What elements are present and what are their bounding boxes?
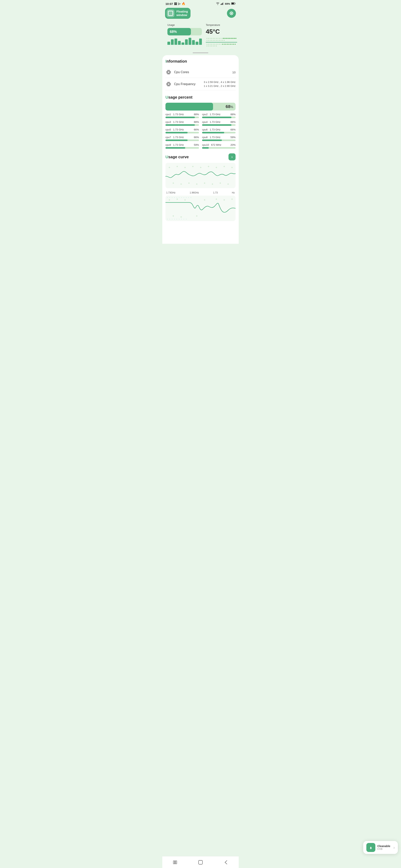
scroll-bar-indicator	[193, 53, 208, 53]
svg-point-159	[177, 197, 177, 198]
svg-point-15	[221, 38, 222, 39]
cpu-item-cpu6: cpu6 1.73 GHz 66%	[202, 128, 235, 133]
svg-point-7	[208, 38, 209, 39]
status-bar: 10:07 🖼 ▷ 🔥 69%	[162, 0, 239, 7]
usage-value: 68%	[170, 30, 177, 34]
cpu-freq-icon	[166, 81, 172, 87]
usage-curve-section: Usage curve › // dots	[166, 153, 235, 221]
temp-dot-grid	[206, 37, 237, 47]
svg-point-163	[186, 197, 187, 198]
play-icon: ▷	[178, 2, 180, 5]
svg-point-62	[214, 45, 215, 46]
usage-title: Usage	[167, 24, 202, 26]
cpu-item-cpu7: cpu7 1.73 GHz 66%	[166, 136, 199, 141]
svg-point-173	[184, 219, 184, 219]
photo-icon: 🖼	[174, 2, 177, 5]
temp-title: Temperature	[206, 24, 237, 26]
bar-5	[181, 42, 184, 45]
svg-point-6	[206, 38, 207, 39]
svg-point-55	[219, 44, 220, 44]
bar-4	[178, 41, 181, 45]
svg-point-161	[181, 197, 182, 198]
widget-card: Usage 68% Temperature 45°C	[164, 21, 237, 51]
temp-value: 45°C	[206, 28, 237, 35]
usage-percent-title: Usage percent	[166, 95, 235, 100]
svg-point-40	[216, 40, 217, 41]
bar-9	[196, 42, 198, 45]
svg-point-42	[219, 40, 220, 41]
svg-point-37	[211, 40, 212, 41]
cpu-item-cpu10: cpu10 672 MHz 20%	[202, 144, 235, 149]
svg-point-19	[227, 38, 228, 39]
curve-header: Usage curve ›	[166, 153, 235, 160]
fire-icon: 🔥	[182, 2, 185, 5]
svg-point-156	[170, 197, 170, 198]
svg-point-13	[218, 38, 218, 39]
svg-point-39	[214, 40, 215, 41]
nav-bar	[162, 856, 239, 868]
cpu-item-cpu8: cpu8 1.73 GHz 59%	[202, 136, 235, 141]
svg-point-64	[222, 44, 223, 45]
svg-rect-178	[176, 861, 177, 864]
svg-point-170	[177, 219, 177, 219]
svg-point-34	[206, 40, 207, 41]
cpu-cores-label: Cpu Cores	[174, 70, 189, 74]
svg-point-8	[210, 38, 210, 39]
record-icon	[230, 11, 233, 15]
cpu-item-cpu3: cpu3 1.73 GHz 88%	[166, 121, 199, 126]
svg-point-47	[206, 44, 207, 44]
cpu-item-cpu4: cpu4 1.73 GHz 88%	[202, 121, 235, 126]
svg-point-17	[224, 38, 225, 39]
svg-point-50	[211, 44, 212, 44]
freq-labels-row: 1.73GHz 1.96GHz 1.73 Hz	[166, 191, 235, 194]
svg-point-168	[172, 219, 172, 219]
usage-percent-section: Usage percent 68% cpu1 1.73 GHz 88% cpu2…	[166, 95, 235, 149]
svg-point-158	[174, 197, 175, 198]
widget-usage: Usage 68%	[167, 24, 202, 47]
svg-point-69	[230, 44, 231, 45]
bar-7	[189, 38, 191, 45]
svg-point-157	[172, 197, 172, 198]
svg-rect-179	[199, 860, 202, 864]
svg-point-65	[224, 44, 225, 45]
svg-point-10	[213, 38, 213, 39]
floating-window-label: Floating window	[176, 10, 188, 17]
cpu-freq-label: Cpu Frequency	[174, 82, 195, 86]
usage-curve-chart-2	[166, 196, 235, 221]
curve-expand-button[interactable]: ›	[229, 153, 235, 160]
svg-point-174	[186, 219, 187, 219]
freq-label-4: Hz	[232, 191, 235, 194]
svg-point-18	[225, 38, 226, 39]
svg-point-66	[225, 44, 226, 45]
main-usage-bar: 68%	[166, 103, 235, 111]
svg-rect-74	[168, 71, 169, 73]
floating-action-button[interactable]	[227, 9, 236, 18]
usage-curve-chart: // dots	[166, 163, 235, 188]
svg-point-70	[232, 44, 233, 45]
svg-point-24	[235, 38, 235, 39]
svg-point-23	[233, 38, 234, 39]
nav-home-button[interactable]	[196, 859, 205, 866]
svg-point-9	[211, 38, 212, 39]
floating-badge[interactable]: Floating window	[165, 8, 191, 19]
svg-point-167	[170, 219, 170, 219]
nav-back-button[interactable]	[221, 859, 231, 866]
cpu-cores-row: Cpu Cores 10	[166, 67, 235, 78]
widget-temperature: Temperature 45°C	[206, 24, 237, 47]
svg-point-25	[223, 38, 224, 39]
svg-rect-73	[167, 71, 170, 73]
svg-point-155	[167, 197, 168, 198]
main-content: Information	[162, 55, 239, 244]
svg-point-51	[213, 44, 213, 44]
svg-rect-3	[223, 2, 224, 5]
information-title: Information	[166, 59, 235, 64]
mini-bar-chart	[167, 38, 202, 45]
nav-recent-button[interactable]	[170, 859, 180, 866]
svg-rect-1	[222, 3, 222, 5]
svg-rect-87	[167, 83, 170, 86]
svg-point-63	[216, 45, 217, 46]
svg-point-60	[211, 45, 212, 46]
usage-bar: 68%	[167, 28, 202, 35]
svg-point-36	[210, 40, 210, 41]
floating-icon-wrap	[167, 9, 174, 17]
